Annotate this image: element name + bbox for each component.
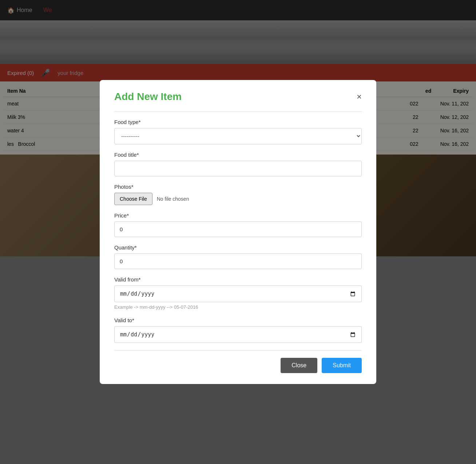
food-title-input[interactable] (114, 161, 362, 176)
photos-group: Photos* Choose File No file chosen (114, 184, 362, 205)
valid-from-group: Valid from* Example -> mm-dd-yyyy --> 05… (114, 276, 362, 310)
price-input[interactable] (114, 221, 362, 237)
close-button[interactable]: Close (281, 358, 317, 373)
food-type-select[interactable]: ---------- Dairy Meat Vegetables Fruits … (114, 128, 362, 144)
food-title-group: Food title* (114, 152, 362, 176)
food-title-label: Food title* (114, 152, 362, 158)
add-new-item-modal: Add New Item × Food type* ---------- Dai… (100, 80, 376, 384)
price-label: Price* (114, 212, 362, 219)
valid-from-label: Valid from* (114, 276, 362, 283)
modal-divider (114, 111, 362, 112)
file-section: Choose File No file chosen (114, 193, 362, 205)
quantity-group: Quantity* (114, 244, 362, 269)
photos-label: Photos* (114, 184, 362, 190)
modal-close-button[interactable]: × (357, 92, 362, 101)
date-format-hint: Example -> mm-dd-yyyy --> 05-07-2016 (114, 304, 362, 310)
quantity-input[interactable] (114, 253, 362, 269)
modal-footer: Close Submit (114, 350, 362, 373)
choose-file-button[interactable]: Choose File (114, 193, 152, 205)
quantity-label: Quantity* (114, 244, 362, 251)
food-type-group: Food type* ---------- Dairy Meat Vegetab… (114, 119, 362, 144)
valid-to-input[interactable] (114, 326, 362, 343)
valid-to-group: Valid to* (114, 317, 362, 343)
valid-to-label: Valid to* (114, 317, 362, 323)
valid-from-input[interactable] (114, 285, 362, 302)
no-file-text: No file chosen (157, 196, 189, 202)
price-group: Price* (114, 212, 362, 237)
submit-button[interactable]: Submit (322, 358, 362, 373)
modal-header: Add New Item × (114, 91, 362, 103)
food-type-label: Food type* (114, 119, 362, 125)
modal-title: Add New Item (114, 91, 182, 103)
